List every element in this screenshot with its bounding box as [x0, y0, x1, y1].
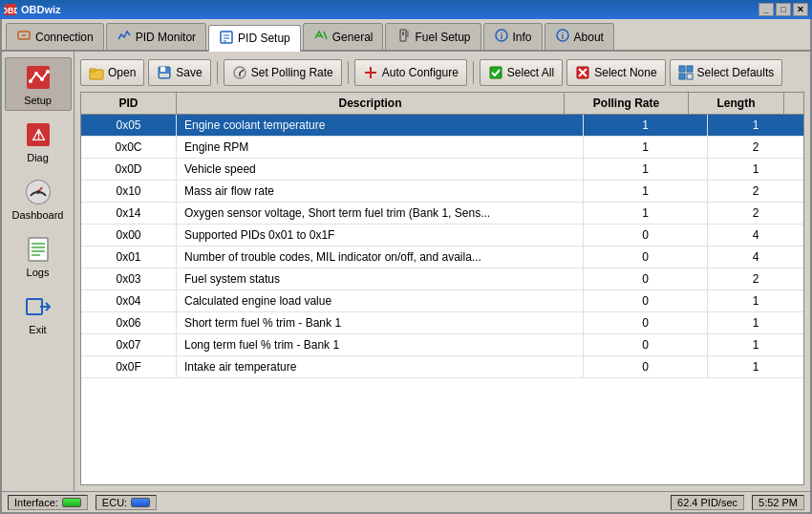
- tab-about[interactable]: i About: [545, 23, 614, 50]
- svg-point-26: [36, 190, 40, 194]
- tab-about-label: About: [574, 31, 604, 44]
- save-button[interactable]: Save: [148, 59, 210, 86]
- svg-rect-49: [687, 66, 693, 72]
- toolbar: Open Save: [80, 57, 804, 88]
- toolbar-sep-3: [473, 61, 474, 84]
- select-defaults-label: Select Defaults: [697, 66, 775, 79]
- ecu-status: ECU:: [96, 495, 157, 510]
- pid-rate: 62.4 PID/sec: [677, 497, 737, 508]
- cell-polling-rate: 1: [584, 115, 708, 136]
- select-none-icon: [575, 65, 590, 80]
- table-row[interactable]: 0x10Mass air flow rate12: [81, 181, 803, 203]
- table-row[interactable]: 0x07Long term fuel % trim - Bank 101: [81, 334, 803, 356]
- sidebar-item-setup[interactable]: Setup: [5, 57, 72, 111]
- svg-text:i: i: [561, 32, 564, 41]
- tab-connection-label: Connection: [35, 31, 94, 44]
- auto-configure-label: Auto Configure: [382, 66, 459, 79]
- cell-pid: 0x04: [81, 290, 177, 311]
- ecu-label: ECU:: [102, 497, 127, 508]
- app-title: OBDwiz: [21, 4, 61, 15]
- titlebar-controls: _ □ ✕: [759, 3, 808, 16]
- sidebar-item-logs[interactable]: Logs: [5, 229, 72, 283]
- open-button[interactable]: Open: [80, 59, 144, 86]
- table-row[interactable]: 0x0CEngine RPM12: [81, 137, 803, 159]
- svg-text:⚠: ⚠: [32, 127, 46, 143]
- set-polling-rate-button[interactable]: Set Polling Rate: [224, 59, 342, 86]
- cell-polling-rate: 1: [584, 137, 708, 158]
- cell-pid: 0x14: [81, 203, 177, 224]
- tab-info[interactable]: i Info: [483, 23, 543, 50]
- cell-pid: 0x06: [81, 312, 177, 333]
- sidebar-setup-label: Setup: [24, 95, 52, 106]
- tab-connection[interactable]: Connection: [6, 23, 104, 50]
- cell-description: Intake air temperature: [177, 356, 584, 377]
- table-row[interactable]: 0x0DVehicle speed11: [81, 159, 803, 181]
- select-none-button[interactable]: Select None: [566, 59, 665, 86]
- polling-rate-icon: [232, 65, 247, 80]
- sidebar-item-diag[interactable]: ⚠ Diag: [5, 115, 72, 168]
- cell-length: 1: [708, 290, 803, 311]
- table-row[interactable]: 0x05Engine coolant temperature11: [81, 115, 803, 137]
- table-row[interactable]: 0x14Oxygen sensor voltage, Short term fu…: [81, 203, 803, 225]
- svg-rect-51: [687, 74, 693, 79]
- cell-length: 1: [708, 159, 803, 180]
- close-button[interactable]: ✕: [793, 3, 808, 16]
- about-icon: i: [555, 28, 570, 46]
- sidebar-logs-label: Logs: [27, 267, 50, 278]
- tab-fuel-setup[interactable]: Fuel Setup: [385, 23, 481, 50]
- cell-length: 2: [708, 137, 803, 158]
- sidebar-exit-label: Exit: [29, 324, 46, 335]
- sidebar-item-exit[interactable]: Exit: [5, 287, 72, 340]
- table-row[interactable]: 0x0FIntake air temperature01: [81, 356, 803, 378]
- tab-general[interactable]: General: [303, 23, 384, 50]
- col-header-length: Length: [689, 93, 784, 114]
- cell-length: 1: [708, 356, 803, 377]
- minimize-button[interactable]: _: [759, 3, 774, 16]
- cell-polling-rate: 1: [584, 203, 708, 224]
- cell-polling-rate: 1: [584, 159, 708, 180]
- svg-rect-44: [490, 67, 502, 78]
- app-icon: OBD: [4, 3, 17, 16]
- maximize-button[interactable]: □: [776, 3, 791, 16]
- table-row[interactable]: 0x03Fuel system status02: [81, 268, 803, 290]
- auto-configure-button[interactable]: Auto Configure: [354, 59, 467, 86]
- diag-icon: ⚠: [23, 119, 53, 150]
- main-window: Connection PID Monitor PID Setup General: [0, 19, 812, 514]
- interface-status: Interface:: [8, 495, 88, 510]
- toolbar-sep-2: [348, 61, 349, 84]
- svg-rect-11: [402, 32, 404, 35]
- tabbar: Connection PID Monitor PID Setup General: [2, 19, 810, 52]
- toolbar-sep-1: [217, 61, 218, 84]
- cell-pid: 0x0C: [81, 137, 177, 158]
- svg-rect-50: [679, 74, 685, 79]
- info-icon: i: [494, 28, 509, 46]
- select-defaults-button[interactable]: Select Defaults: [670, 59, 783, 86]
- fuel-icon: [395, 28, 411, 46]
- svg-line-9: [324, 32, 327, 39]
- svg-rect-37: [160, 67, 165, 72]
- table-row[interactable]: 0x00Supported PIDs 0x01 to 0x1F04: [81, 225, 803, 246]
- svg-rect-48: [679, 66, 685, 72]
- table-body[interactable]: 0x05Engine coolant temperature110x0CEngi…: [81, 115, 803, 484]
- cell-description: Calculated engine load value: [177, 290, 584, 311]
- cell-description: Engine RPM: [177, 137, 584, 158]
- tab-pid-monitor[interactable]: PID Monitor: [106, 23, 206, 50]
- col-header-pid: PID: [81, 93, 177, 114]
- clock: 5:52 PM: [759, 497, 798, 508]
- svg-point-17: [29, 79, 32, 83]
- tab-pid-setup-label: PID Setup: [238, 32, 290, 45]
- pid-rate-segment: 62.4 PID/sec: [671, 495, 744, 510]
- dashboard-icon: [23, 177, 53, 207]
- sidebar-item-dashboard[interactable]: Dashboard: [5, 172, 72, 225]
- cell-polling-rate: 0: [584, 225, 708, 246]
- table-row[interactable]: 0x01Number of trouble codes, MIL indicat…: [81, 246, 803, 268]
- cell-length: 2: [708, 181, 803, 202]
- table-row[interactable]: 0x06Short term fuel % trim - Bank 101: [81, 312, 803, 334]
- ecu-led: [131, 498, 150, 507]
- select-all-button[interactable]: Select All: [480, 59, 563, 86]
- cell-pid: 0x01: [81, 246, 177, 268]
- pid-monitor-icon: [117, 28, 132, 46]
- cell-pid: 0x07: [81, 334, 177, 355]
- tab-pid-setup[interactable]: PID Setup: [208, 25, 301, 52]
- table-row[interactable]: 0x04Calculated engine load value01: [81, 290, 803, 312]
